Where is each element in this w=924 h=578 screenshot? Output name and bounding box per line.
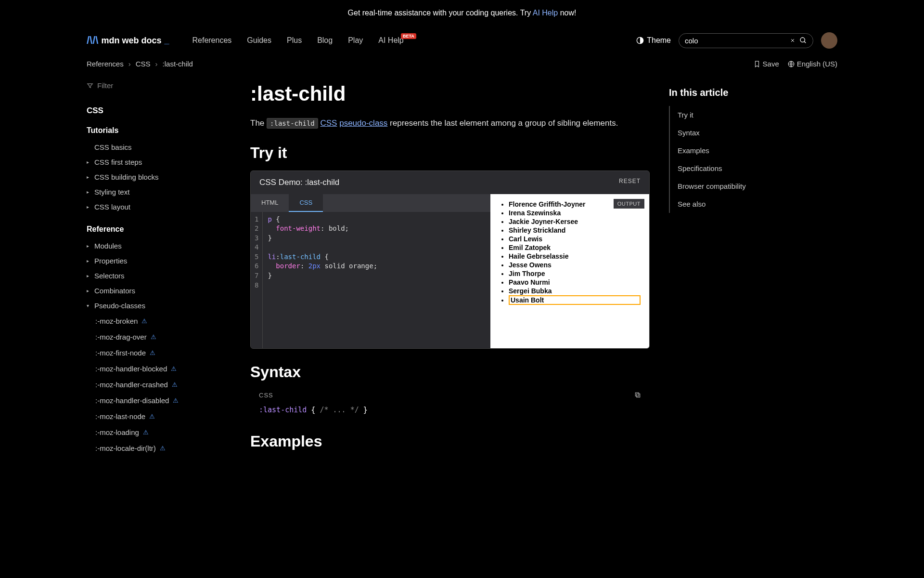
toc: In this article Try it Syntax Examples S… bbox=[669, 73, 780, 459]
caret-right-icon: ▸ bbox=[87, 258, 91, 263]
filter-input[interactable]: Filter bbox=[87, 78, 231, 93]
code-editor[interactable]: 12345678 p { font-weight: bold; } li:las… bbox=[251, 212, 490, 348]
chevron-right-icon: › bbox=[155, 60, 158, 68]
nav-references[interactable]: References bbox=[192, 36, 231, 45]
search-box[interactable] bbox=[679, 33, 813, 48]
caret-right-icon: ▸ bbox=[87, 189, 91, 195]
globe-icon bbox=[788, 61, 795, 67]
list-item-last: Usain Bolt bbox=[509, 295, 641, 305]
main-nav: References Guides Plus Blog Play AI Help… bbox=[192, 36, 403, 45]
warn-icon: ⚠ bbox=[150, 349, 155, 356]
demo-editor: HTML CSS 12345678 p { font-weight: bold;… bbox=[251, 194, 490, 348]
sidebar-subitem[interactable]: :-moz-handler-blocked⚠ bbox=[87, 361, 231, 377]
list-item: Haile Gebrselassie bbox=[509, 252, 641, 261]
filter-label: Filter bbox=[97, 81, 113, 90]
nav-blog[interactable]: Blog bbox=[317, 36, 333, 45]
banner-text-post: now! bbox=[558, 9, 576, 17]
language-button[interactable]: English (US) bbox=[788, 60, 837, 68]
sidebar-subitem[interactable]: :-moz-broken⚠ bbox=[87, 313, 231, 329]
page-title: :last-child bbox=[250, 82, 650, 105]
sidebar-subitem[interactable]: :-moz-last-node⚠ bbox=[87, 408, 231, 424]
code-lines: p { font-weight: bold; } li:last-child {… bbox=[263, 212, 382, 348]
warn-icon: ⚠ bbox=[173, 397, 179, 404]
list-item: Irena Szewinska bbox=[509, 209, 641, 217]
sidebar-item-properties[interactable]: ▸Properties bbox=[87, 253, 231, 268]
toc-list: Try it Syntax Examples Specifications Br… bbox=[669, 106, 780, 213]
list-item: Shirley Strickland bbox=[509, 226, 641, 235]
list-item: Paavo Nurmi bbox=[509, 278, 641, 287]
chevron-right-icon: › bbox=[128, 60, 131, 68]
sidebar-subitem[interactable]: :-moz-first-node⚠ bbox=[87, 345, 231, 361]
nav-guides[interactable]: Guides bbox=[247, 36, 271, 45]
save-button[interactable]: Save bbox=[754, 60, 779, 68]
sidebar-item-css-layout[interactable]: ▸CSS layout bbox=[87, 199, 231, 214]
theme-label: Theme bbox=[647, 36, 671, 45]
caret-right-icon: ▸ bbox=[87, 273, 91, 278]
crumb-references[interactable]: References bbox=[87, 60, 124, 68]
ai-help-link[interactable]: AI Help bbox=[533, 9, 558, 17]
sidebar-item-combinators[interactable]: ▸Combinators bbox=[87, 283, 231, 298]
page-actions: Save English (US) bbox=[754, 60, 837, 68]
breadcrumb: References › CSS › :last-child bbox=[87, 60, 193, 68]
tab-css[interactable]: CSS bbox=[289, 194, 323, 212]
lang-label: English (US) bbox=[797, 60, 837, 68]
toc-item-browser-compat[interactable]: Browser compatibility bbox=[670, 177, 780, 195]
reset-button[interactable]: RESET bbox=[619, 178, 641, 187]
list-item: Sergei Bubka bbox=[509, 287, 641, 295]
mdn-logo[interactable]: /\/\ mdn web docs _ bbox=[87, 34, 169, 47]
nav-plus[interactable]: Plus bbox=[287, 36, 302, 45]
demo-box: CSS Demo: :last-child RESET HTML CSS 123… bbox=[250, 171, 650, 349]
sidebar-subitem[interactable]: :-moz-drag-over⚠ bbox=[87, 329, 231, 345]
toc-item-tryit[interactable]: Try it bbox=[670, 106, 780, 124]
search-icon[interactable] bbox=[799, 37, 807, 44]
css-link[interactable]: CSS bbox=[320, 118, 337, 128]
demo-tabs: HTML CSS bbox=[251, 194, 490, 212]
crumb-css[interactable]: CSS bbox=[136, 60, 151, 68]
copy-icon[interactable] bbox=[634, 392, 641, 400]
sidebar-item-pseudo-classes[interactable]: ▾Pseudo-classes bbox=[87, 298, 231, 313]
header-right: Theme bbox=[636, 32, 837, 49]
crumb-current: :last-child bbox=[163, 60, 193, 68]
search-input[interactable] bbox=[685, 37, 786, 45]
syntax-box: CSS :last-child { /* ... */ } bbox=[250, 390, 650, 419]
toc-item-specifications[interactable]: Specifications bbox=[670, 159, 780, 177]
demo-title: CSS Demo: :last-child bbox=[259, 178, 339, 187]
warn-icon: ⚠ bbox=[160, 445, 166, 452]
nav-ai-help[interactable]: AI HelpBETA bbox=[378, 36, 403, 45]
sidebar-item-modules[interactable]: ▸Modules bbox=[87, 238, 231, 253]
athlete-list: Florence Griffith-Joyner Irena Szewinska… bbox=[499, 200, 641, 305]
sidebar-subitem[interactable]: :-moz-handler-crashed⚠ bbox=[87, 377, 231, 393]
theme-toggle[interactable]: Theme bbox=[636, 36, 671, 45]
clear-icon[interactable] bbox=[790, 38, 796, 43]
nav-play[interactable]: Play bbox=[348, 36, 363, 45]
syntax-lang-label: CSS bbox=[259, 392, 273, 400]
list-item: Carl Lewis bbox=[509, 235, 641, 243]
breadcrumb-row: References › CSS › :last-child Save Engl… bbox=[0, 55, 924, 73]
svg-rect-3 bbox=[637, 394, 640, 397]
logo-icon: /\/\ bbox=[87, 34, 98, 47]
sidebar-item-building-blocks[interactable]: ▸CSS building blocks bbox=[87, 170, 231, 184]
sidebar-item-first-steps[interactable]: ▸CSS first steps bbox=[87, 155, 231, 170]
intro-paragraph: The :last-child CSS pseudo-class represe… bbox=[250, 117, 650, 130]
sidebar-subitem[interactable]: :-moz-loading⚠ bbox=[87, 424, 231, 440]
warn-icon: ⚠ bbox=[172, 381, 178, 388]
pseudo-class-link[interactable]: pseudo-class bbox=[339, 118, 387, 128]
bookmark-icon bbox=[754, 61, 760, 67]
caret-right-icon: ▸ bbox=[87, 243, 91, 249]
header: /\/\ mdn web docs _ References Guides Pl… bbox=[0, 26, 924, 55]
sidebar-subitem[interactable]: :-moz-handler-disabled⚠ bbox=[87, 393, 231, 408]
toc-item-examples[interactable]: Examples bbox=[670, 142, 780, 159]
toc-item-syntax[interactable]: Syntax bbox=[670, 124, 780, 142]
warn-icon: ⚠ bbox=[149, 413, 155, 420]
sidebar-subitem[interactable]: :-moz-locale-dir(ltr)⚠ bbox=[87, 440, 231, 456]
sidebar-item-styling-text[interactable]: ▸Styling text bbox=[87, 184, 231, 199]
tab-html[interactable]: HTML bbox=[251, 194, 289, 212]
sidebar-item-css-basics[interactable]: CSS basics bbox=[87, 140, 231, 155]
avatar[interactable] bbox=[821, 32, 837, 49]
toc-item-see-also[interactable]: See also bbox=[670, 195, 780, 213]
cursor-icon: _ bbox=[164, 36, 169, 46]
list-item: Jackie Joyner-Kersee bbox=[509, 217, 641, 226]
sidebar-item-selectors[interactable]: ▸Selectors bbox=[87, 268, 231, 283]
save-label: Save bbox=[763, 60, 779, 68]
top-banner: Get real-time assistance with your codin… bbox=[0, 0, 924, 26]
